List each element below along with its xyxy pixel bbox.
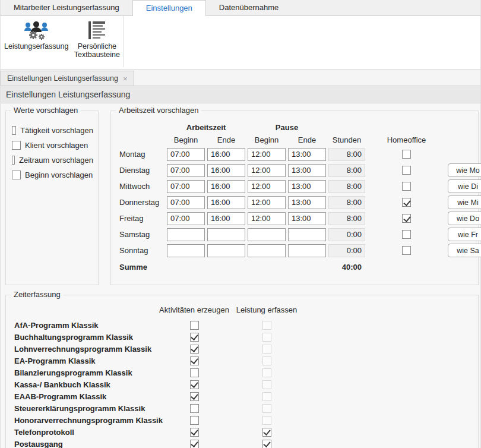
tool-label: Persönliche Textbausteine: [73, 42, 121, 59]
arbeitszeit-ende-input[interactable]: [207, 164, 245, 177]
wie-sa-button[interactable]: wie Sa: [448, 244, 481, 257]
leistungserfassung-button[interactable]: Leistungserfassung: [2, 18, 71, 52]
ribbon-tab-datenuebernahme[interactable]: Datenübernahme: [206, 0, 292, 15]
arbeitszeit-ende-input[interactable]: [207, 244, 245, 257]
ribbon-tab-einstellungen[interactable]: Einstellungen: [132, 0, 206, 16]
document-tab-einstellungen-leistungserfassung[interactable]: Einstellungen Leistungserfassung ×: [1, 71, 134, 86]
arbeitszeit-beginn-input[interactable]: [167, 228, 205, 241]
pause-ende-input[interactable]: [288, 228, 326, 241]
aktivitaeten-erzeugen-checkbox[interactable]: [190, 380, 199, 389]
arbeitszeit-beginn-input[interactable]: [167, 148, 205, 161]
program-label: Postausgang: [14, 440, 158, 448]
beginn-vorschlagen-checkbox[interactable]: [12, 171, 21, 179]
wie-do-button[interactable]: wie Do: [448, 212, 481, 225]
persoenliche-textbausteine-button[interactable]: Persönliche Textbausteine: [71, 18, 123, 60]
aktivitaeten-erzeugen-checkbox[interactable]: [190, 356, 199, 365]
stunden-field: [328, 244, 365, 257]
close-icon[interactable]: ×: [123, 75, 128, 83]
ende-header: Ende: [288, 135, 326, 144]
people-gears-icon: [23, 20, 49, 41]
aktivitaeten-erzeugen-checkbox[interactable]: [190, 333, 199, 342]
text-list-icon: [87, 20, 107, 41]
klient-vorschlagen-checkbox[interactable]: [12, 141, 21, 150]
homeoffice-checkbox[interactable]: [402, 214, 411, 223]
zeiterfassung-row-honorarverrechnung: Honorarverrechnungsprogramm Klassik: [14, 414, 478, 426]
aktivitaeten-erzeugen-checkbox[interactable]: [190, 404, 199, 413]
aktivitaeten-erzeugen-checkbox[interactable]: [190, 440, 199, 448]
aktivitaeten-erzeugen-checkbox[interactable]: [190, 321, 199, 330]
table-row-montag: Montag: [119, 146, 478, 162]
homeoffice-checkbox[interactable]: [402, 182, 411, 191]
pause-beginn-input[interactable]: [248, 148, 286, 161]
day-label: Donnerstag: [119, 198, 164, 207]
pause-ende-input[interactable]: [288, 196, 326, 209]
aktivitaeten-erzeugen-checkbox[interactable]: [190, 392, 199, 401]
aktivitaeten-erzeugen-checkbox[interactable]: [190, 416, 199, 425]
wie-mo-button[interactable]: wie Mo: [448, 163, 481, 177]
pause-beginn-input[interactable]: [248, 180, 286, 193]
pause-ende-input[interactable]: [288, 244, 326, 257]
arbeitszeit-vorschlagen-group: Arbeitszeit vorschlagen Arbeitszeit Paus…: [110, 111, 479, 285]
document-tab-title: Einstellungen Leistungserfassung: [7, 74, 118, 83]
pause-beginn-input[interactable]: [248, 212, 286, 225]
wie-fr-button[interactable]: wie Fr: [448, 228, 481, 241]
table-row-dienstag: Dienstag wie Mo: [119, 162, 478, 178]
leistung-erfassen-checkbox: [262, 321, 271, 330]
arbeitszeit-beginn-input[interactable]: [167, 180, 205, 193]
taetigkeit-vorschlagen-checkbox[interactable]: [12, 126, 16, 135]
aktivitaeten-erzeugen-checkbox[interactable]: [190, 345, 199, 354]
zeiterfassung-row-eaab: EAAB-Programm Klassik: [14, 390, 478, 402]
ende-header: Ende: [207, 135, 245, 144]
pause-column-group-header: Pause: [248, 123, 326, 132]
arbeitszeit-ende-input[interactable]: [207, 228, 245, 241]
program-label: AfA-Programm Klassik: [14, 321, 158, 330]
pause-beginn-input[interactable]: [248, 164, 286, 177]
arbeitszeit-beginn-input[interactable]: [167, 244, 205, 257]
wie-di-button[interactable]: wie Di: [448, 179, 481, 193]
arbeitszeit-beginn-input[interactable]: [167, 164, 205, 177]
homeoffice-checkbox[interactable]: [402, 166, 411, 175]
ribbon-tab-mitarbeiter-leistungserfassung[interactable]: Mitarbeiter Leistungserfassung: [1, 0, 132, 15]
tool-label: Leistungserfassung: [4, 42, 68, 51]
zeiterfassung-row-bilanzierung: Bilanzierungsprogramm Klassik: [14, 367, 478, 378]
arbeitszeit-ende-input[interactable]: [207, 212, 245, 225]
homeoffice-checkbox[interactable]: [402, 246, 411, 255]
aktivitaeten-erzeugen-checkbox[interactable]: [190, 368, 199, 377]
arbeitszeit-ende-input[interactable]: [207, 148, 245, 161]
arbeitszeit-beginn-input[interactable]: [167, 196, 205, 209]
pause-beginn-input[interactable]: [248, 228, 286, 241]
homeoffice-checkbox[interactable]: [402, 230, 411, 239]
program-label: Telefonprotokoll: [14, 428, 158, 437]
option-label: Tätigkeit vorschlagen: [20, 126, 93, 135]
leistung-erfassen-checkbox: [262, 333, 271, 342]
day-label: Mittwoch: [119, 182, 164, 191]
wie-mi-button[interactable]: wie Mi: [448, 195, 481, 209]
werte-vorschlagen-group: Werte vorschlagen Tätigkeit vorschlagen …: [5, 111, 99, 285]
pause-ende-input[interactable]: [288, 180, 326, 193]
stunden-header: Stunden: [328, 135, 365, 144]
pause-ende-input[interactable]: [288, 212, 326, 225]
summe-value: 40:00: [328, 263, 365, 272]
arbeitszeit-ende-input[interactable]: [207, 180, 245, 193]
aktivitaeten-erzeugen-checkbox[interactable]: [190, 428, 199, 437]
leistung-erfassen-checkbox[interactable]: [262, 428, 271, 437]
pause-beginn-input[interactable]: [248, 196, 286, 209]
leistung-erfassen-checkbox[interactable]: [262, 440, 271, 448]
zeiterfassung-row-lohnverrechnung: Lohnverrechnungsprogramm Klassik: [14, 343, 478, 355]
day-label: Freitag: [119, 214, 164, 223]
homeoffice-checkbox[interactable]: [402, 198, 411, 207]
stunden-field: [328, 148, 365, 161]
zeitraum-vorschlagen-checkbox[interactable]: [12, 156, 15, 165]
zeiterfassung-row-buchhaltung: Buchhaltungsprogramm Klassik: [14, 331, 478, 343]
pause-beginn-input[interactable]: [248, 244, 286, 257]
homeoffice-checkbox[interactable]: [402, 150, 411, 159]
program-label: EA-Programm Klassik: [14, 356, 158, 365]
pause-ende-input[interactable]: [288, 164, 326, 177]
day-label: Montag: [119, 150, 164, 159]
arbeitszeit-beginn-input[interactable]: [167, 212, 205, 225]
summe-label: Summe: [119, 263, 164, 272]
ribbon-content: Leistungserfassung Persönliche Textbaust…: [1, 16, 480, 70]
pause-ende-input[interactable]: [288, 148, 326, 161]
aktivitaeten-erzeugen-header: Aktivitäten erzeugen: [158, 305, 230, 314]
arbeitszeit-ende-input[interactable]: [207, 196, 245, 209]
